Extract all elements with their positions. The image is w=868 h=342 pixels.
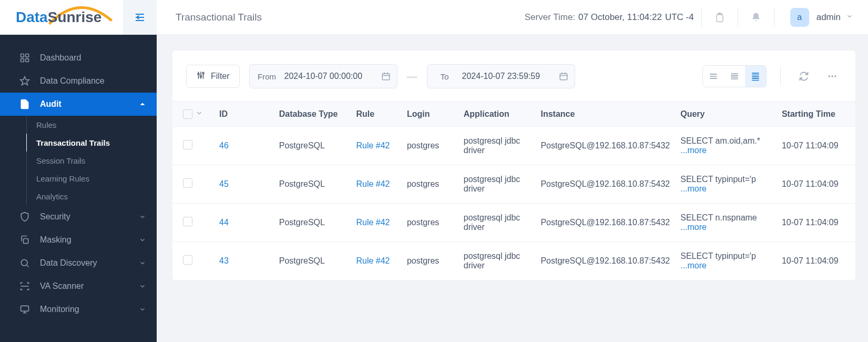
chevron-up-icon (139, 100, 146, 108)
sidebar-sub-session-trails[interactable]: Session Trails (26, 152, 157, 169)
trails-panel: Filter From 2024-10-07 00:00:00 — To 202… (172, 51, 855, 280)
sidebar-item-monitoring[interactable]: Monitoring (0, 298, 157, 321)
sidebar-sub-analytics[interactable]: Analytics (26, 187, 157, 205)
sidebar-sub-label: Session Trails (36, 156, 85, 165)
more-link[interactable]: ...more (680, 184, 707, 193)
row-time: 10-07 11:04:09 (777, 242, 855, 280)
svg-point-43 (831, 75, 833, 77)
row-id-link[interactable]: 45 (219, 179, 229, 188)
svg-point-44 (834, 75, 836, 77)
chevron-down-icon[interactable] (196, 109, 203, 119)
more-link[interactable]: ...more (680, 223, 707, 232)
row-id-link[interactable]: 43 (219, 256, 229, 265)
row-login: postgres (402, 127, 458, 165)
refresh-button[interactable] (794, 67, 813, 86)
col-query[interactable]: Query (675, 102, 777, 127)
user-avatar[interactable]: a (790, 8, 809, 27)
shield-icon (19, 211, 30, 223)
filter-button[interactable]: Filter (186, 65, 240, 88)
logo: DataSunrise (16, 9, 101, 26)
svg-point-42 (829, 75, 830, 77)
date-to-field[interactable]: To 2024-10-07 23:59:59 (427, 64, 575, 88)
select-all-checkbox[interactable] (183, 109, 192, 119)
row-login: postgres (402, 204, 458, 242)
date-to-label: To (427, 72, 462, 81)
row-db: PostgreSQL (274, 127, 351, 165)
row-query: SELECT n.nspname...more (675, 204, 777, 242)
col-instance[interactable]: Instance (535, 102, 675, 127)
table-row[interactable]: 44PostgreSQLRule #42postgrespostgresql j… (172, 204, 855, 242)
user-menu-caret[interactable] (846, 13, 853, 22)
sidebar: DataSunrise Dashboard Data Compliance Au… (0, 0, 157, 342)
table-row[interactable]: 46PostgreSQLRule #42postgrespostgresql j… (172, 127, 855, 165)
row-checkbox[interactable] (183, 255, 192, 265)
top-header: Transactional Trails Server Time: 07 Oct… (157, 0, 868, 35)
view-expanded-button[interactable] (745, 66, 766, 87)
sidebar-sub-transactional-trails[interactable]: Transactional Trails (26, 134, 157, 152)
sidebar-item-label: Dashboard (40, 53, 146, 63)
table-row[interactable]: 45PostgreSQLRule #42postgrespostgresql j… (172, 165, 855, 204)
more-link[interactable]: ...more (680, 261, 707, 270)
col-starting-time[interactable]: Starting Time (777, 102, 855, 127)
table-row[interactable]: 43PostgreSQLRule #42postgrespostgresql j… (172, 242, 855, 280)
row-rule-link[interactable]: Rule #42 (356, 179, 390, 188)
server-time-label: Server Time: (525, 12, 575, 23)
sidebar-item-va-scanner[interactable]: VA Scanner (0, 275, 157, 298)
date-from-label: From (250, 72, 284, 81)
sidebar-item-audit[interactable]: Audit (0, 93, 157, 116)
more-options-button[interactable] (823, 67, 842, 86)
more-link[interactable]: ...more (680, 146, 707, 155)
trails-table: ID Database Type Rule Login Application … (172, 101, 855, 280)
row-application: postgresql jdbc driver (458, 204, 536, 242)
row-db: PostgreSQL (274, 165, 351, 204)
sidebar-item-data-compliance[interactable]: Data Compliance (0, 69, 157, 93)
svg-line-10 (27, 265, 29, 267)
sidebar-sub-learning-rules[interactable]: Learning Rules (26, 169, 157, 187)
clipboard-icon[interactable] (709, 7, 730, 28)
sidebar-item-security[interactable]: Security (0, 205, 157, 228)
view-medium-button[interactable] (724, 66, 745, 87)
sidebar-sub-rules[interactable]: Rules (26, 116, 157, 134)
row-query: SELECT am.oid,am.*...more (675, 127, 777, 165)
sidebar-header: DataSunrise (0, 0, 157, 35)
col-rule[interactable]: Rule (351, 102, 402, 127)
calendar-icon[interactable] (375, 72, 397, 81)
col-id[interactable]: ID (214, 102, 274, 127)
row-checkbox[interactable] (183, 140, 192, 149)
row-instance: PostgreSQL@192.168.10.87:5432 (535, 127, 675, 165)
view-compact-button[interactable] (703, 66, 724, 87)
chevron-down-icon (139, 236, 146, 244)
row-login: postgres (402, 242, 458, 280)
svg-point-17 (198, 73, 199, 75)
row-rule-link[interactable]: Rule #42 (356, 218, 390, 227)
row-db: PostgreSQL (274, 242, 351, 280)
sidebar-item-dashboard[interactable]: Dashboard (0, 46, 157, 69)
sidebar-item-masking[interactable]: Masking (0, 228, 157, 252)
sidebar-submenu-audit: Rules Transactional Trails Session Trail… (0, 116, 157, 205)
col-login[interactable]: Login (402, 102, 458, 127)
row-checkbox[interactable] (183, 217, 192, 226)
date-from-field[interactable]: From 2024-10-07 00:00:00 (249, 64, 397, 88)
row-checkbox[interactable] (183, 178, 192, 188)
row-application: postgresql jdbc driver (458, 242, 536, 280)
col-application[interactable]: Application (458, 102, 536, 127)
bell-icon[interactable] (746, 7, 767, 28)
row-login: postgres (402, 165, 458, 204)
row-id-link[interactable]: 44 (219, 218, 229, 227)
sidebar-item-data-discovery[interactable]: Data Discovery (0, 252, 157, 275)
row-db: PostgreSQL (274, 204, 351, 242)
svg-rect-4 (26, 54, 29, 57)
chevron-down-icon (139, 259, 146, 267)
sidebar-item-label: Data Compliance (40, 76, 146, 86)
sidebar-collapse-button[interactable] (123, 0, 157, 35)
calendar-icon[interactable] (553, 72, 575, 81)
row-instance: PostgreSQL@192.168.10.87:5432 (535, 242, 675, 280)
svg-point-21 (202, 73, 204, 74)
chevron-down-icon (139, 283, 146, 290)
date-from-value: 2024-10-07 00:00:00 (284, 72, 375, 81)
row-time: 10-07 11:04:09 (777, 204, 855, 242)
col-database-type[interactable]: Database Type (274, 102, 351, 127)
row-rule-link[interactable]: Rule #42 (356, 256, 390, 265)
row-rule-link[interactable]: Rule #42 (356, 141, 390, 150)
row-id-link[interactable]: 46 (219, 141, 229, 150)
